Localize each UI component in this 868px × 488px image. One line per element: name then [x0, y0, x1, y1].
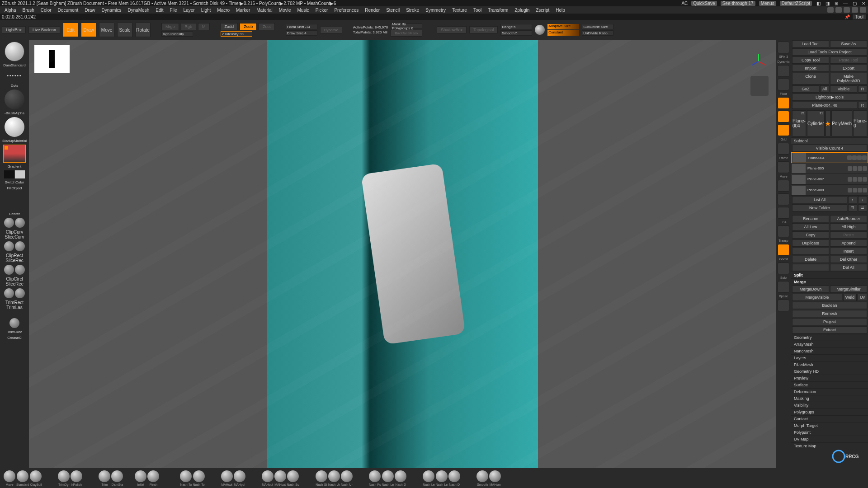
menu-layer[interactable]: Layer [181, 8, 198, 13]
stroke-selector[interactable]: •••••• [5, 69, 24, 82]
clone-button[interactable]: Clone [792, 73, 829, 84]
grid-button[interactable] [778, 124, 789, 136]
subtool-0[interactable]: Plane-004 [791, 152, 868, 163]
draw-mode-button[interactable]: Draw [81, 23, 96, 37]
backface-mask-toggle[interactable]: BackfaceMask [391, 30, 422, 37]
shelf-trim[interactable]: Trim [99, 470, 110, 486]
smooth-slider[interactable]: Smooth 5 [500, 30, 532, 36]
clipcurv-brush[interactable] [4, 218, 14, 228]
shelf-nashle-3[interactable]: Nash-Le [436, 470, 448, 486]
swatch-black[interactable] [4, 170, 14, 178]
trimrect-brush[interactable] [4, 288, 14, 298]
transp-button[interactable] [778, 225, 789, 237]
shelf-mahcut-3[interactable]: MAHcut [274, 470, 286, 486]
shelf-nashle-1[interactable]: Nash-Le [382, 470, 394, 486]
tool-r-button[interactable]: R [858, 102, 867, 109]
menu-macro[interactable]: Macro [214, 8, 232, 13]
menu-alpha[interactable]: Alpha [2, 8, 19, 13]
header-icon-3[interactable] [844, 7, 850, 13]
menu-tool[interactable]: Tool [471, 8, 484, 13]
solo-button[interactable] [778, 263, 789, 274]
subtool-header[interactable]: Subtool [791, 137, 868, 144]
grid-label[interactable]: Grid [780, 138, 786, 141]
import-button[interactable]: Import [792, 65, 829, 72]
surface-section[interactable]: Surface [791, 381, 868, 388]
viewport[interactable] [29, 40, 776, 468]
window-extra-1[interactable]: ◧ [816, 1, 821, 6]
tool-item-3[interactable]: PolyMesh [831, 110, 852, 136]
export-button[interactable]: Export [830, 65, 867, 72]
maximize-button[interactable]: ▢ [852, 1, 857, 6]
mrgb-button[interactable]: Mrgb [161, 23, 179, 30]
header-icon-1[interactable] [827, 7, 834, 13]
rename-button[interactable]: Rename [792, 215, 829, 222]
paste-subtool-button[interactable]: Paste [830, 231, 867, 239]
shelf-nashst[interactable]: Nash-St [316, 470, 327, 486]
append-button[interactable]: Append [830, 239, 867, 247]
subtool-3[interactable]: Plane-008 [791, 185, 868, 196]
dynamic-toggle[interactable]: Dynamic [320, 27, 342, 33]
shelf-trimdyn[interactable]: TrimDyr [58, 470, 70, 486]
slicecurv-brush[interactable] [15, 218, 25, 228]
header-icon-4[interactable] [852, 7, 858, 13]
arraymesh-section[interactable]: ArrayMesh [791, 341, 868, 347]
mergesimilar-button[interactable]: MergeSimilar [830, 286, 867, 293]
eye-icon[interactable] [847, 155, 852, 160]
delete-button[interactable]: Delete [792, 256, 829, 263]
menu-material[interactable]: Material [254, 8, 275, 13]
shelf-nashto-1[interactable]: Nash-To [180, 470, 192, 486]
shelf-mahpol[interactable]: MAHpol [234, 470, 245, 486]
tool-item-2[interactable] [826, 110, 831, 136]
rotate-nav-button[interactable] [778, 193, 789, 205]
extract-button[interactable]: Extract [792, 326, 867, 333]
lightbox-button[interactable]: LightBox [2, 26, 26, 33]
merge-section[interactable]: Merge [791, 278, 868, 285]
load-tool-button[interactable]: Load Tool [792, 40, 829, 47]
frame-button[interactable] [778, 143, 789, 155]
draw-size-slider[interactable]: Draw Size 4 [286, 30, 317, 36]
fibermesh-section[interactable]: FiberMesh [791, 361, 868, 368]
zsub-button[interactable]: Zsub [240, 23, 257, 30]
subtool-1[interactable]: Plane-005 [791, 163, 868, 174]
menus-toggle[interactable]: Menus [759, 1, 776, 6]
close-button[interactable]: ✕ [861, 1, 866, 6]
geometry-section[interactable]: Geometry [791, 334, 868, 341]
menu-render[interactable]: Render [362, 8, 382, 13]
new-folder-button[interactable]: New Folder [792, 204, 847, 211]
tool-item-0[interactable]: 21Plane-004 [792, 110, 806, 136]
axis-gizmo[interactable] [750, 53, 767, 70]
uvmap-section[interactable]: UV Map [791, 436, 868, 442]
window-extra-2[interactable]: ◨ [825, 1, 830, 6]
move-down-button[interactable]: ↓ [858, 196, 867, 203]
default-zscript[interactable]: DefaultZScript [780, 1, 812, 6]
pin-icon[interactable]: 📌 [844, 14, 850, 19]
brush-selector[interactable] [5, 42, 24, 61]
menu-dynamics[interactable]: Dynamics [99, 8, 124, 13]
deformation-section[interactable]: Deformation [791, 388, 868, 395]
persp-button[interactable] [778, 79, 789, 90]
gradient-label[interactable]: Gradient [8, 164, 22, 169]
header-icon-2[interactable] [835, 7, 842, 13]
subdivide-size-slider[interactable]: SubDivide Size [582, 24, 613, 29]
all-high-button[interactable]: All High [830, 223, 867, 230]
move-top-button[interactable]: ⇈ [848, 204, 857, 211]
menu-zplugin[interactable]: Zplugin [512, 8, 532, 13]
shelf-claybuild[interactable]: ClayBuil [30, 470, 42, 486]
adaptive-size-slider[interactable]: Adaptive Size [547, 24, 579, 29]
brush-icon[interactable] [852, 155, 857, 160]
zadd-button[interactable]: Zadd [221, 23, 238, 30]
sculptris-sphere-icon[interactable] [535, 25, 545, 35]
xpose-button[interactable] [778, 281, 789, 293]
shelf-inflat[interactable]: Inflat [135, 470, 146, 486]
nanomesh-section[interactable]: NanoMesh [791, 347, 868, 354]
menu-help[interactable]: Help [553, 8, 568, 13]
menu-transform[interactable]: Transform [485, 8, 511, 13]
local-button[interactable] [778, 97, 789, 109]
slicerec2-brush[interactable] [15, 265, 25, 275]
menu-document[interactable]: Document [55, 8, 81, 13]
autoreorder-button[interactable]: AutoReorder [830, 215, 867, 222]
spix-label[interactable]: SPix 3 [779, 55, 788, 58]
trimcurv-brush[interactable] [9, 318, 19, 328]
menu-symmetry[interactable]: Symmetry [423, 8, 448, 13]
lightbox-tools-button[interactable]: Lightbox▶Tools [792, 94, 867, 101]
